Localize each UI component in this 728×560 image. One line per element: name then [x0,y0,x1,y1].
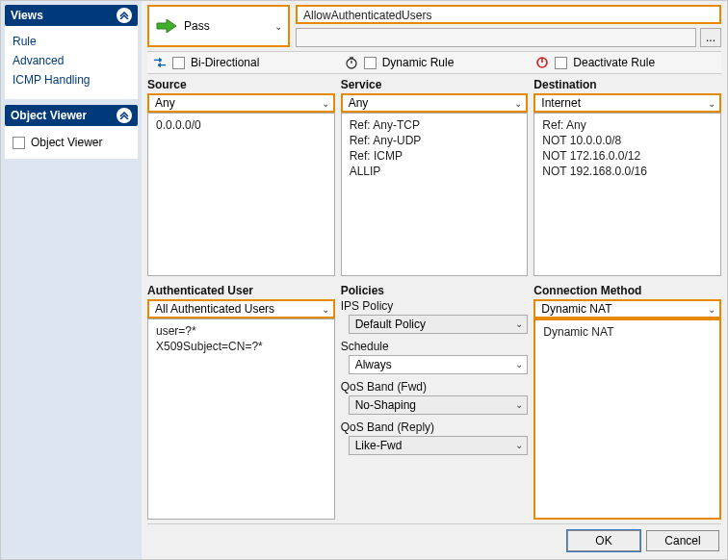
bidir-checkbox[interactable] [172,57,185,69]
list-item[interactable]: 0.0.0.0/0 [156,117,326,133]
destination-column: Destination Internet⌄ Ref: Any NOT 10.0.… [533,76,721,276]
chevron-down-icon: ⌄ [514,98,522,109]
qos-fwd-label: QoS Band (Fwd) [341,380,529,395]
auth-user-select[interactable]: All Authenticated Users⌄ [147,299,335,318]
service-label: Service [341,76,529,93]
auth-user-label: Authenticated User [147,282,335,299]
chevron-down-icon: ⌄ [515,440,523,450]
qos-reply-label: QoS Band (Reply) [341,420,529,436]
ips-label: IPS Policy [341,299,529,315]
chevron-down-icon: ⌄ [322,98,329,109]
list-item[interactable]: NOT 172.16.0.0/12 [542,148,713,164]
sidebar-item-icmp[interactable]: ICMP Handling [13,70,130,89]
source-column: Source Any⌄ 0.0.0.0/0 [147,76,335,276]
views-title: Views [11,9,43,22]
dynamic-checkbox[interactable] [364,57,377,69]
destination-select[interactable]: Internet⌄ [533,93,721,113]
source-list[interactable]: 0.0.0.0/0 [147,113,335,276]
auth-user-column: Authenticated User All Authenticated Use… [147,282,335,520]
bidirectional-icon [153,56,167,69]
cancel-button[interactable]: Cancel [646,530,719,551]
destination-list[interactable]: Ref: Any NOT 10.0.0.0/8 NOT 172.16.0.0/1… [533,113,721,276]
views-body: Rule Advanced ICMP Handling [5,26,138,99]
destination-label: Destination [533,76,721,93]
dynamic-label: Dynamic Rule [382,56,455,69]
schedule-select[interactable]: Always⌄ [349,355,529,374]
chevron-up-icon[interactable] [117,8,132,23]
object-viewer-header[interactable]: Object Viewer [5,105,138,126]
conn-method-column: Connection Method Dynamic NAT⌄ Dynamic N… [533,282,721,520]
deactivate-checkbox[interactable] [555,57,567,69]
list-item[interactable]: user=?* [156,323,326,339]
conn-method-list[interactable]: Dynamic NAT [533,318,721,520]
policies-label: Policies [341,282,529,299]
qos-fwd-select[interactable]: No-Shaping⌄ [349,395,529,415]
chevron-down-icon: ⌄ [515,318,523,329]
list-item[interactable]: Ref: Any-UDP [350,133,520,148]
sidebar-item-advanced[interactable]: Advanced [13,51,130,70]
object-viewer-body: Object Viewer [5,126,138,159]
main: Pass ⌄ AllowAuthenticatedUsers ... Bi-Di… [142,1,727,559]
list-item[interactable]: NOT 10.0.0.0/8 [542,133,713,148]
object-viewer-checkbox[interactable] [13,137,25,149]
ellipsis-button[interactable]: ... [700,28,721,47]
service-list[interactable]: Ref: Any-TCP Ref: Any-UDP Ref: ICMP ALLI… [341,113,529,276]
list-item[interactable]: Ref: Any [542,117,713,133]
service-select[interactable]: Any⌄ [341,93,529,113]
stopwatch-icon [345,56,358,69]
object-viewer-label: Object Viewer [31,136,102,149]
conn-method-label: Connection Method [533,282,721,299]
rule-name-input[interactable]: AllowAuthenticatedUsers [296,5,721,24]
ok-button[interactable]: OK [567,530,640,551]
list-item[interactable]: X509Subject=CN=?* [156,339,326,354]
sidebar-item-rule[interactable]: Rule [13,32,130,51]
dialog-buttons: OK Cancel [147,523,721,553]
sidebar: Views Rule Advanced ICMP Handling Object… [1,1,142,559]
conn-method-select[interactable]: Dynamic NAT⌄ [533,299,721,318]
pass-arrow-icon [155,17,178,35]
chevron-down-icon: ⌄ [322,304,329,315]
service-column: Service Any⌄ Ref: Any-TCP Ref: Any-UDP R… [341,76,529,276]
bidir-label: Bi-Directional [191,56,259,69]
action-select[interactable]: Pass ⌄ [147,5,290,47]
list-item[interactable]: ALLIP [350,164,520,179]
chevron-down-icon: ⌄ [708,98,715,109]
chevron-down-icon: ⌄ [515,359,523,369]
power-icon [535,56,549,69]
object-viewer-title: Object Viewer [11,109,87,122]
source-select[interactable]: Any⌄ [147,93,335,113]
chevron-down-icon: ⌄ [515,399,523,410]
chevron-down-icon: ⌄ [274,21,282,32]
auth-user-list[interactable]: user=?* X509Subject=CN=?* [147,318,335,520]
list-item[interactable]: Ref: Any-TCP [350,117,520,133]
schedule-label: Schedule [341,340,529,355]
deactivate-label: Deactivate Rule [573,56,655,69]
list-item[interactable]: Ref: ICMP [350,148,520,164]
list-item[interactable]: Dynamic NAT [543,324,712,340]
chevron-up-icon[interactable] [117,108,132,123]
description-input[interactable] [296,28,696,47]
source-label: Source [147,76,335,93]
chevron-down-icon: ⌄ [708,304,715,315]
flags-row: Bi-Directional Dynamic Rule Deactivate R… [147,51,721,74]
list-item[interactable]: NOT 192.168.0.0/16 [542,164,713,179]
policies-column: Policies IPS Policy Default Policy⌄ Sche… [341,282,529,520]
ips-select[interactable]: Default Policy⌄ [349,315,529,334]
qos-reply-select[interactable]: Like-Fwd⌄ [349,436,529,455]
action-label: Pass [184,19,210,33]
views-header[interactable]: Views [5,5,138,26]
